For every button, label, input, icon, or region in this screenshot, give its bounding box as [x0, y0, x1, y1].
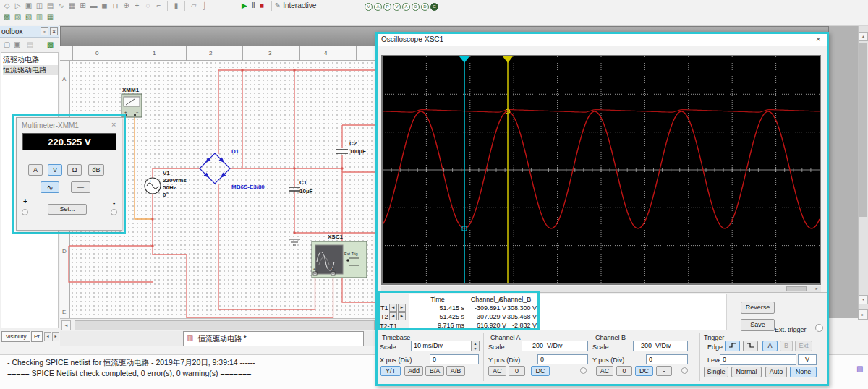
v-scroll-thumb[interactable] — [859, 43, 867, 217]
trigger-unit-select[interactable]: V — [798, 354, 817, 365]
channel-a-scale-input[interactable]: 200 V/Div — [522, 341, 588, 351]
step-icon[interactable]: ⌡ — [200, 1, 209, 10]
trigger-b-button[interactable]: B — [780, 341, 793, 351]
scope-screen[interactable] — [383, 56, 820, 283]
tree-item-circuit-1[interactable]: 流驱动电路 — [3, 55, 58, 65]
mode-volt-button[interactable]: V — [48, 164, 62, 176]
trigger-none-button[interactable]: None — [790, 367, 817, 377]
probe-current-icon[interactable]: A — [374, 3, 382, 11]
database-icon[interactable]: ▦ — [67, 1, 77, 10]
multimeter-window[interactable]: Multimeter-XMM1 × 220.525 V A V Ω dB ∿ —… — [12, 114, 126, 234]
status-notification-icon[interactable]: ▤ — [856, 364, 863, 372]
channel-b-dc-button[interactable]: DC — [635, 366, 653, 376]
trigger-normal-button[interactable]: Normal — [731, 367, 762, 377]
breadboard-icon[interactable]: ◼ — [100, 1, 109, 10]
pause-button[interactable]: ‖ — [252, 1, 255, 9]
toolbox-tab-scroll-right[interactable]: ► — [52, 332, 59, 341]
channel-b-0-button[interactable]: 0 — [616, 366, 632, 376]
interactive-edit-icon[interactable]: ✎ — [275, 1, 281, 9]
hierarchy-icon[interactable]: ⊕ — [122, 1, 131, 10]
document-tab[interactable]: ▥ 恒流驱动电路 * — [183, 331, 364, 346]
scope-scroll-right[interactable]: ► — [812, 286, 821, 292]
trigger-a-button[interactable]: A — [762, 341, 778, 351]
t2-left-button[interactable]: ◄ — [389, 312, 397, 320]
close-icon[interactable]: × — [111, 120, 116, 129]
circle-icon[interactable]: ◌ — [143, 1, 153, 10]
t2-right-button[interactable]: ► — [398, 312, 406, 320]
scope-scroll-thumb[interactable] — [786, 286, 807, 291]
t1-left-button[interactable]: ◄ — [389, 304, 397, 312]
yt-button[interactable]: Y/T — [380, 366, 401, 376]
run-button[interactable]: ▶ — [242, 1, 247, 9]
save-button[interactable]: Save — [741, 319, 775, 331]
scroll-left-button[interactable]: ◄ — [61, 320, 71, 330]
scroll-thumb[interactable] — [75, 320, 375, 330]
multimeter-dialog[interactable]: Multimeter-XMM1 × 220.525 V A V Ω dB ∿ —… — [16, 117, 122, 231]
component-icon[interactable]: ▣ — [24, 1, 33, 10]
bus-icon[interactable]: ▬ — [89, 1, 98, 10]
probe-diff-voltage-icon[interactable]: V — [393, 3, 401, 11]
sheet-2-icon[interactable]: ▨ — [13, 12, 22, 22]
tree-item-circuit-2[interactable]: 恒流驱动电路 — [3, 65, 58, 75]
probe-voltage-icon[interactable]: V — [365, 3, 373, 11]
grid-icon[interactable]: ⊞ — [78, 1, 88, 10]
save-icon[interactable]: ▤ — [25, 40, 35, 49]
reverse-button[interactable]: Reverse — [741, 302, 775, 314]
channel-b-ypos-input[interactable]: 0 — [646, 354, 688, 364]
channel-b-scale-input[interactable]: 200 V/Div — [633, 341, 688, 351]
trigger-auto-button[interactable]: Auto — [765, 367, 787, 377]
channel-b-terminal[interactable] — [681, 367, 688, 374]
zoom-plus-icon[interactable]: + — [132, 1, 142, 10]
timebase-scale-input[interactable]: 10 ms/Div — [411, 341, 472, 351]
in-use-icon[interactable]: ▮ — [171, 1, 181, 10]
probe-digital-icon[interactable]: D — [421, 3, 429, 11]
scroll-up-button[interactable]: ▲ — [859, 32, 868, 41]
oscilloscope-titlebar[interactable]: Oscilloscope-XSC1 × — [378, 34, 827, 46]
add-button[interactable]: Add — [404, 366, 423, 376]
channel-a-terminal[interactable] — [580, 367, 587, 374]
probe-ref-icon[interactable]: 0 — [412, 3, 420, 11]
channel-a-dc-button[interactable]: DC — [531, 366, 550, 376]
mode-db-button[interactable]: dB — [88, 164, 104, 176]
stop-button[interactable]: ■ — [260, 1, 264, 9]
channel-b-ac-button[interactable]: AC — [596, 366, 613, 376]
probe-power-icon[interactable]: P — [383, 3, 391, 11]
plus-terminal[interactable] — [22, 209, 28, 215]
ab-button[interactable]: A/B — [446, 366, 465, 376]
scroll-down-button[interactable]: ▼ — [859, 295, 868, 304]
rotate-icon[interactable]: ◇ — [2, 1, 12, 10]
corner-icon[interactable]: ⌐ — [154, 1, 163, 10]
sheet-3-icon[interactable]: ▧ — [24, 12, 33, 22]
junction-icon[interactable]: ◫ — [35, 1, 44, 10]
probe-current2-icon[interactable]: A — [402, 3, 410, 11]
dock-button[interactable]: ▫ — [41, 27, 48, 35]
sheet-4-icon[interactable]: ▥ — [35, 12, 44, 22]
dc-mode-button[interactable]: — — [71, 181, 90, 193]
channel-a-ypos-input[interactable]: 0 — [537, 354, 588, 364]
toolbox-tab-scroll-left[interactable]: ◄ — [44, 332, 51, 341]
pin-icon[interactable]: ▱ — [189, 1, 198, 10]
ba-button[interactable]: B/A — [425, 366, 444, 376]
channel-b-minus-button[interactable]: - — [656, 366, 672, 376]
channel-a-0-button[interactable]: 0 — [509, 366, 525, 376]
orientation-icon[interactable]: ▷ — [13, 1, 22, 10]
interactive-dropdown[interactable]: Interactive — [283, 1, 316, 9]
ac-mode-button[interactable]: ∿ — [41, 181, 59, 193]
open-document-icon[interactable]: ▣ — [12, 40, 22, 49]
sheet-5-icon[interactable]: ▦ — [46, 12, 55, 22]
scroll-right-button[interactable]: ► — [858, 309, 868, 320]
minus-terminal[interactable] — [111, 209, 117, 215]
ext-trigger-terminal[interactable] — [815, 324, 823, 332]
sheet-1-icon[interactable]: ▩ — [2, 12, 12, 22]
mode-ohm-button[interactable]: Ω — [67, 164, 82, 176]
edge-rising-button[interactable] — [725, 341, 740, 351]
trigger-level-input[interactable]: 0 — [720, 354, 796, 365]
close-icon[interactable]: × — [50, 27, 58, 35]
channel-a-ac-button[interactable]: AC — [488, 366, 506, 376]
close-icon[interactable]: × — [816, 35, 820, 43]
workspace-v-scrollbar[interactable]: ▲ ▼ — [858, 26, 868, 318]
oscilloscope-window[interactable]: Oscilloscope-XSC1 × ► T1 T2 T2-T1 ◄ ► ◄ … — [375, 32, 829, 386]
wave-icon[interactable]: ∿ — [56, 1, 66, 10]
toolbox-tab-pr[interactable]: Pr — [31, 331, 43, 342]
timebase-scale-spinner[interactable]: ▲▼ — [471, 341, 480, 351]
